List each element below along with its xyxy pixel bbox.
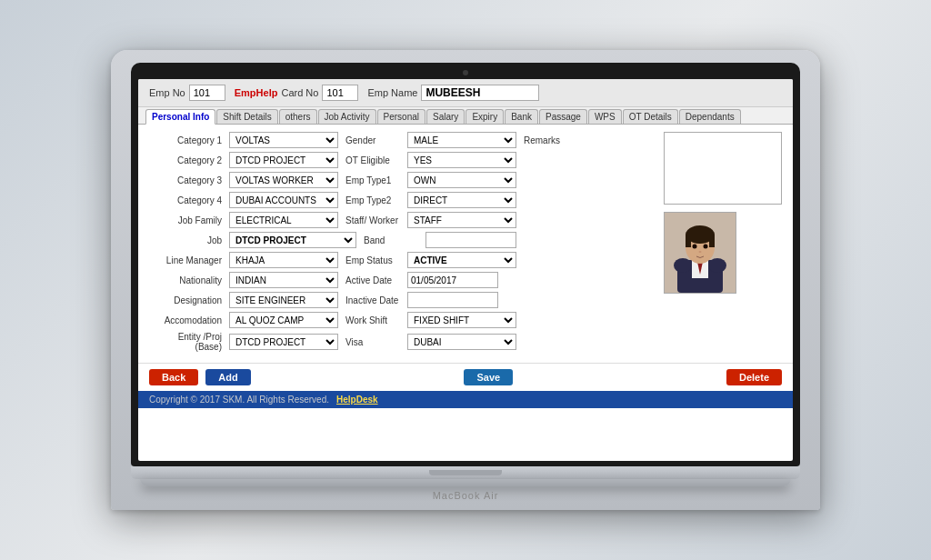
emp-name-group: Emp Name — [367, 85, 539, 101]
tab-personal[interactable]: Personal — [377, 109, 425, 124]
emp-status-label: Emp Status — [345, 255, 400, 265]
tab-passage[interactable]: Passage — [539, 109, 587, 124]
job-row: Job DTCD PROJECT Band — [149, 232, 655, 248]
visa-label: Visa — [345, 337, 400, 347]
accommodation-row: Accomodation AL QUOZ CAMP Work Shift FIX… — [149, 312, 655, 328]
category2-label: Category 2 — [149, 155, 222, 165]
card-no-input[interactable] — [322, 85, 358, 101]
svg-point-9 — [704, 245, 708, 249]
accommodation-label: Accomodation — [149, 315, 222, 325]
nationality-label: Nationality — [149, 275, 222, 285]
save-button[interactable]: Save — [464, 369, 513, 385]
tab-job-activity[interactable]: Job Activity — [318, 109, 376, 124]
entity-select[interactable]: DTCD PROJECT — [229, 334, 338, 350]
screen: Emp No EmpHelp Card No Emp Name — [138, 79, 793, 461]
linemanager-row: Line Manager KHAJA Emp Status ACTIVE — [149, 252, 655, 268]
svg-point-8 — [693, 245, 697, 249]
emp-status-select[interactable]: ACTIVE — [407, 252, 516, 268]
entity-label: Entity /Proj (Base) — [149, 332, 222, 352]
copyright-text: Copyright © 2017 SKM. All Rights Reserve… — [149, 395, 329, 405]
laptop-base — [131, 466, 800, 479]
category3-label: Category 3 — [149, 175, 222, 185]
job-label: Job — [149, 235, 222, 245]
active-date-label: Active Date — [345, 275, 400, 285]
app-window: Emp No EmpHelp Card No Emp Name — [138, 79, 793, 461]
category1-row: Category 1 VOLTAS Gender MALE Remarks — [149, 132, 655, 148]
svg-rect-6 — [686, 235, 691, 247]
form-area: Category 1 VOLTAS Gender MALE Remarks C — [149, 132, 655, 355]
add-button[interactable]: Add — [205, 369, 250, 385]
work-shift-label: Work Shift — [345, 315, 400, 325]
designation-row: Designation SITE ENGINEER Inactive Date — [149, 292, 655, 308]
emp-no-input[interactable] — [189, 85, 225, 101]
emp-type2-select[interactable]: DIRECT — [407, 192, 516, 208]
staff-worker-label: Staff/ Worker — [345, 215, 400, 225]
remarks-textarea[interactable] — [664, 132, 782, 205]
inactive-date-input[interactable] — [407, 292, 498, 308]
delete-button[interactable]: Delete — [726, 369, 782, 385]
band-input[interactable] — [425, 232, 516, 248]
gender-label: Gender — [345, 135, 400, 145]
staff-worker-select[interactable]: STAFF — [407, 212, 516, 228]
active-date-input[interactable] — [407, 272, 498, 288]
category4-row: Category 4 DUBAI ACCOUNTS Emp Type2 DIRE… — [149, 192, 655, 208]
category2-select[interactable]: DTCD PROJECT — [229, 152, 338, 168]
work-shift-select[interactable]: FIXED SHIFT — [407, 312, 516, 328]
nationality-row: Nationality INDIAN Active Date — [149, 272, 655, 288]
tab-bank[interactable]: Bank — [505, 109, 538, 124]
back-button[interactable]: Back — [149, 369, 198, 385]
entity-row: Entity /Proj (Base) DTCD PROJECT Visa DU… — [149, 332, 655, 352]
visa-select[interactable]: DUBAI — [407, 334, 516, 350]
tab-personal-info[interactable]: Personal Info — [145, 109, 215, 125]
svg-point-11 — [674, 258, 692, 273]
emp-type1-select[interactable]: OWN — [407, 172, 516, 188]
gender-select[interactable]: MALE — [407, 132, 516, 148]
category3-select[interactable]: VOLTAS WORKER — [229, 172, 338, 188]
tab-dependants[interactable]: Dependants — [679, 109, 741, 124]
category2-row: Category 2 DTCD PROJECT OT Eligible YES — [149, 152, 655, 168]
svg-point-12 — [708, 258, 726, 273]
inactive-date-label: Inactive Date — [345, 295, 400, 305]
linemanager-label: Line Manager — [149, 255, 222, 265]
app-header: Emp No EmpHelp Card No Emp Name — [138, 79, 793, 107]
svg-point-10 — [699, 251, 702, 253]
button-row: Back Add Save Delete — [138, 363, 793, 391]
category4-label: Category 4 — [149, 195, 222, 205]
main-content: Category 1 VOLTAS Gender MALE Remarks C — [138, 125, 793, 363]
job-select[interactable]: DTCD PROJECT — [229, 232, 356, 248]
category1-select[interactable]: VOLTAS — [229, 132, 338, 148]
right-panel — [664, 132, 782, 355]
emphelp-group: EmpHelp Card No — [235, 85, 359, 101]
emp-name-input[interactable] — [421, 85, 539, 101]
accommodation-select[interactable]: AL QUOZ CAMP — [229, 312, 338, 328]
designation-select[interactable]: SITE ENGINEER — [229, 292, 338, 308]
ot-eligible-label: OT Eligible — [345, 155, 400, 165]
jobfamily-select[interactable]: ELECTRICAL — [229, 212, 338, 228]
category4-select[interactable]: DUBAI ACCOUNTS — [229, 192, 338, 208]
tab-others[interactable]: others — [279, 109, 317, 124]
svg-rect-7 — [709, 235, 715, 247]
remarks-label: Remarks — [524, 135, 578, 145]
helpdesk-link[interactable]: HelpDesk — [336, 395, 378, 405]
nationality-select[interactable]: INDIAN — [229, 272, 338, 288]
emp-no-label: Emp No — [149, 87, 185, 98]
linemanager-select[interactable]: KHAJA — [229, 252, 338, 268]
tab-expiry[interactable]: Expiry — [466, 109, 504, 124]
jobfamily-row: Job Family ELECTRICAL Staff/ Worker STAF… — [149, 212, 655, 228]
category1-label: Category 1 — [149, 135, 222, 145]
jobfamily-label: Job Family — [149, 215, 222, 225]
macbook-label: MacBook Air — [131, 490, 800, 501]
ot-eligible-select[interactable]: YES — [407, 152, 516, 168]
category3-row: Category 3 VOLTAS WORKER Emp Type1 OWN — [149, 172, 655, 188]
tab-ot-details[interactable]: OT Details — [623, 109, 678, 124]
laptop-bottom — [140, 479, 791, 486]
emp-name-label: Emp Name — [367, 87, 417, 98]
camera — [463, 70, 468, 75]
designation-label: Designation — [149, 295, 222, 305]
tab-salary[interactable]: Salary — [426, 109, 465, 124]
emp-no-group: Emp No — [149, 85, 225, 101]
tab-wps[interactable]: WPS — [588, 109, 622, 124]
band-label: Band — [364, 235, 418, 245]
emphelp-label[interactable]: EmpHelp — [235, 87, 278, 98]
tab-shift-details[interactable]: Shift Details — [216, 109, 277, 124]
